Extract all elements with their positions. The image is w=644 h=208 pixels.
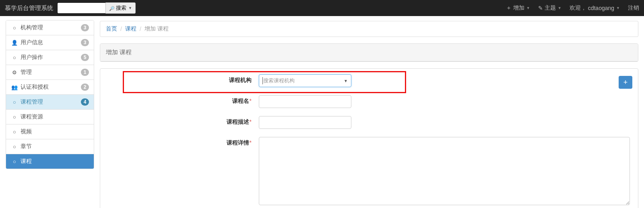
caret-down-icon: ▼ xyxy=(128,6,132,10)
form-body: + 课程机构 搜索课程机构 ▼ 课程名* xyxy=(100,69,638,208)
form-panel: + 课程机构 搜索课程机构 ▼ 课程名* xyxy=(100,68,638,208)
nav-logout-label: 注销 xyxy=(628,4,639,12)
label-course-name-text: 课程名 xyxy=(232,98,249,104)
nav-logout[interactable]: 注销 xyxy=(628,4,639,12)
search-icon xyxy=(109,5,115,11)
sidebar-badge: 4 xyxy=(81,98,89,106)
brand-title: 慕学后台管理系统 xyxy=(5,4,53,12)
required-icon: * xyxy=(250,139,252,146)
label-course-desc: 课程描述* xyxy=(106,116,259,126)
sidebar-icon: 👥 xyxy=(11,84,18,90)
row-course-org: 课程机构 搜索课程机构 ▼ xyxy=(106,74,632,87)
nav-add-label: 增加 xyxy=(513,4,524,12)
sidebar-icon: ○ xyxy=(11,114,18,120)
search-input[interactable] xyxy=(57,2,105,14)
sidebar-item-label: 用户信息 xyxy=(21,39,81,46)
sidebar-badge: 2 xyxy=(81,84,89,91)
label-course-detail: 课程详情* xyxy=(106,137,259,147)
sidebar-item-8[interactable]: ○章节 xyxy=(6,139,94,154)
sidebar-list: ○机构管理3👤用户信息3○用户操作5⚙管理1👥认证和授权2○课程管理4○课程资源… xyxy=(6,20,94,169)
sidebar-icon: ○ xyxy=(11,129,18,135)
breadcrumb: 首页 / 课程 / 增加 课程 xyxy=(100,21,638,37)
breadcrumb-sep: / xyxy=(120,26,122,32)
breadcrumb-home[interactable]: 首页 xyxy=(106,25,117,33)
row-course-desc: 课程描述* xyxy=(106,116,632,129)
nav-right: ＋ 增加 ▼ ✎ 主题 ▼ 欢迎， cdtaogang ▼ 注销 xyxy=(506,4,639,12)
sidebar-item-label: 视频 xyxy=(21,128,89,135)
label-course-desc-text: 课程描述 xyxy=(227,118,249,125)
sidebar-icon: ○ xyxy=(11,159,18,165)
sidebar-item-label: 机构管理 xyxy=(21,24,81,31)
course-org-placeholder: 搜索课程机构 xyxy=(262,77,295,84)
sidebar-icon: 👤 xyxy=(11,40,18,46)
global-search: 搜索 ▼ xyxy=(57,2,136,14)
sidebar: ○机构管理3👤用户信息3○用户操作5⚙管理1👥认证和授权2○课程管理4○课程资源… xyxy=(0,16,98,173)
main-content: 首页 / 课程 / 增加 课程 增加 课程 + 课程机构 搜索课程机构 xyxy=(98,16,644,208)
label-course-name: 课程名* xyxy=(106,95,259,105)
nav-theme-label: 主题 xyxy=(545,4,556,12)
sidebar-item-5[interactable]: ○课程管理4 xyxy=(6,94,94,109)
caret-down-icon: ▼ xyxy=(558,6,561,10)
sidebar-item-label: 章节 xyxy=(21,143,89,150)
breadcrumb-sep: / xyxy=(140,26,141,32)
nav-user-dropdown[interactable]: 欢迎， cdtaogang ▼ xyxy=(570,4,620,12)
label-course-detail-text: 课程详情 xyxy=(227,139,249,146)
breadcrumb-current: 增加 课程 xyxy=(144,25,169,33)
label-course-org-text: 课程机构 xyxy=(229,77,252,83)
username: cdtaogang xyxy=(588,5,614,11)
panel-title: 增加 课程 xyxy=(100,44,638,61)
sidebar-badge: 3 xyxy=(81,24,89,31)
row-course-name: 课程名* xyxy=(106,95,632,108)
row-course-detail: 课程详情* xyxy=(106,137,632,206)
search-button[interactable]: 搜索 ▼ xyxy=(105,2,136,14)
panel-header-bar: 增加 课程 xyxy=(100,43,638,62)
sidebar-badge: 5 xyxy=(81,54,89,61)
sidebar-item-7[interactable]: ○视频 xyxy=(6,124,94,139)
sidebar-icon: ○ xyxy=(11,25,18,31)
sidebar-item-label: 认证和授权 xyxy=(21,84,81,91)
sidebar-item-0[interactable]: ○机构管理3 xyxy=(6,20,94,35)
sidebar-item-4[interactable]: 👥认证和授权2 xyxy=(6,80,94,94)
sidebar-badge: 1 xyxy=(81,69,89,76)
plus-icon: ＋ xyxy=(506,4,512,12)
sidebar-item-1[interactable]: 👤用户信息3 xyxy=(6,35,94,50)
nav-theme-dropdown[interactable]: ✎ 主题 ▼ xyxy=(538,4,561,12)
course-org-select[interactable]: 搜索课程机构 ▼ xyxy=(259,74,351,87)
welcome-prefix: 欢迎， xyxy=(570,4,586,12)
sidebar-icon: ⚙ xyxy=(11,69,18,75)
top-navbar: 慕学后台管理系统 搜索 ▼ ＋ 增加 ▼ ✎ 主题 ▼ 欢迎， cdtaogan… xyxy=(0,0,644,16)
sidebar-item-label: 课程资源 xyxy=(21,113,89,120)
sidebar-icon: ○ xyxy=(11,144,18,150)
sidebar-item-label: 课程 xyxy=(21,158,89,165)
nav-add-dropdown[interactable]: ＋ 增加 ▼ xyxy=(506,4,530,12)
sidebar-item-2[interactable]: ○用户操作5 xyxy=(6,50,94,65)
sidebar-item-3[interactable]: ⚙管理1 xyxy=(6,65,94,80)
course-desc-input[interactable] xyxy=(259,116,351,129)
course-name-input[interactable] xyxy=(259,95,351,108)
required-icon: * xyxy=(250,118,252,125)
search-button-label: 搜索 xyxy=(116,4,126,12)
sidebar-item-label: 课程管理 xyxy=(21,98,81,106)
required-icon: * xyxy=(250,98,252,104)
sidebar-item-6[interactable]: ○课程资源 xyxy=(6,109,94,124)
sidebar-item-9[interactable]: ○课程 xyxy=(6,154,94,169)
pencil-icon: ✎ xyxy=(538,5,543,11)
sidebar-icon: ○ xyxy=(11,55,18,61)
caret-down-icon: ▼ xyxy=(616,6,620,10)
sidebar-badge: 3 xyxy=(81,39,89,46)
sidebar-item-label: 管理 xyxy=(21,69,81,76)
course-detail-textarea[interactable] xyxy=(259,137,630,205)
label-course-org: 课程机构 xyxy=(106,74,259,84)
sidebar-icon: ○ xyxy=(11,99,18,105)
add-inline-button[interactable]: + xyxy=(619,76,632,89)
sidebar-item-label: 用户操作 xyxy=(21,54,81,61)
breadcrumb-section[interactable]: 课程 xyxy=(125,25,136,33)
caret-down-icon: ▼ xyxy=(526,6,530,10)
caret-down-icon: ▼ xyxy=(344,79,348,83)
